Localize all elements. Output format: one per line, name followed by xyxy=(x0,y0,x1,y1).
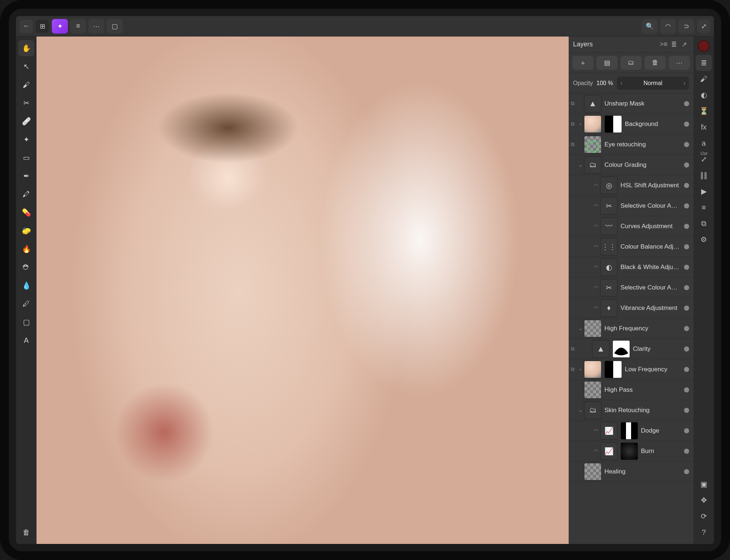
studio-layers[interactable]: ≣ xyxy=(696,55,712,71)
link-icon[interactable]: ⧉ xyxy=(569,141,577,147)
more-button[interactable]: ⋯ xyxy=(88,19,104,34)
disclosure-button[interactable]: ⌄ xyxy=(577,326,584,331)
layer-row[interactable]: ◠◎HSL Shift Adjustment xyxy=(569,175,694,196)
canvas[interactable] xyxy=(36,37,569,544)
chevron-left-icon[interactable]: ‹ xyxy=(620,80,622,87)
visibility-toggle[interactable] xyxy=(684,367,689,372)
visibility-toggle[interactable] xyxy=(684,387,689,392)
layer-row[interactable]: ◠📈Burn xyxy=(569,441,694,461)
layer-row[interactable]: ⧉›Background xyxy=(569,114,694,134)
visibility-toggle[interactable] xyxy=(684,162,689,168)
visibility-toggle[interactable] xyxy=(684,428,689,433)
blend-mode-dropdown[interactable]: ‹ Normal › xyxy=(617,77,689,90)
tool-wand[interactable]: ✦ xyxy=(18,131,34,147)
tool-burn[interactable]: 🔥 xyxy=(18,241,34,257)
link-icon[interactable]: ⧉ xyxy=(569,346,577,352)
visibility-toggle[interactable] xyxy=(684,122,689,127)
studio-text-style[interactable]: a12pt xyxy=(696,135,712,151)
tool-text[interactable]: A xyxy=(18,332,34,348)
visibility-toggle[interactable] xyxy=(684,408,689,413)
disclosure-button[interactable]: ⌄ xyxy=(577,162,584,168)
layer-row[interactable]: ⧉▲Clarity xyxy=(569,339,694,359)
tool-dodge[interactable]: 🖊 xyxy=(18,296,34,312)
chevron-right-icon[interactable]: › xyxy=(684,80,685,87)
tool-healing[interactable]: 🩹 xyxy=(18,113,34,129)
studio-history[interactable]: ⟳ xyxy=(696,508,712,524)
studio-brushes[interactable]: 🖌 xyxy=(696,71,712,87)
studio-settings[interactable]: ⚙ xyxy=(696,231,712,248)
studio-levels[interactable]: ∥∥ xyxy=(696,167,712,183)
studio-channels[interactable]: ▶ xyxy=(696,183,712,199)
menu-button[interactable]: ≡ xyxy=(70,19,86,34)
layer-row[interactable]: ◠◐Black & White Adjust… xyxy=(569,257,694,277)
disclosure-button[interactable]: › xyxy=(577,367,584,372)
documents-button[interactable]: ⊞ xyxy=(36,20,49,33)
layer-row[interactable]: ⧉▲Unsharp Mask xyxy=(569,93,694,114)
tool-stamp[interactable]: ⛑ xyxy=(18,259,34,275)
visibility-toggle[interactable] xyxy=(684,244,689,249)
layer-row[interactable]: ◠♦Vibrance Adjustment xyxy=(569,298,694,318)
persona-button[interactable]: ✦ xyxy=(52,19,68,34)
more-layer-button[interactable]: ⋯ xyxy=(669,56,690,70)
layer-row[interactable]: ◠⋮⋮Colour Balance Adjust… xyxy=(569,237,694,257)
layer-row[interactable]: High Pass xyxy=(569,380,694,400)
visibility-toggle[interactable] xyxy=(684,224,689,229)
link-icon[interactable]: ⧉ xyxy=(569,366,577,372)
layer-row[interactable]: ⧉Eye retouching xyxy=(569,134,694,155)
layer-row[interactable]: ⌄High Frequency xyxy=(569,318,694,339)
studio-help[interactable]: ? xyxy=(696,524,712,540)
panel-popout-button[interactable]: ↗ xyxy=(679,39,689,50)
visibility-toggle[interactable] xyxy=(684,265,689,270)
tool-dropper[interactable]: 💧 xyxy=(18,277,34,294)
studio-hourglass[interactable]: ⏳ xyxy=(696,103,712,119)
opacity-value[interactable]: 100 % xyxy=(596,80,613,87)
layer-list[interactable]: ⧉▲Unsharp Mask⧉›Background⧉Eye retouchin… xyxy=(569,93,694,544)
layer-row[interactable]: ⌄🗂Skin Retouching xyxy=(569,400,694,421)
studio-adjust[interactable]: ◐ xyxy=(696,87,712,103)
studio-list[interactable]: ≡ xyxy=(696,199,712,215)
visibility-toggle[interactable] xyxy=(684,449,689,454)
mask-layer-button[interactable]: ▤ xyxy=(596,56,618,70)
visibility-toggle[interactable] xyxy=(684,183,689,188)
fullscreen-button[interactable]: ⤢ xyxy=(697,20,710,33)
tool-paint[interactable]: 🖌 xyxy=(18,77,34,93)
layer-row[interactable]: ⧉›Low Frequency xyxy=(569,359,694,380)
back-button[interactable]: ← xyxy=(20,20,33,33)
tool-shape[interactable]: ▢ xyxy=(18,314,34,330)
visibility-toggle[interactable] xyxy=(684,306,689,311)
studio-export[interactable]: ⧉ xyxy=(696,215,712,231)
tool-color-replace[interactable]: 🖍 xyxy=(18,186,34,202)
studio-fx[interactable]: fx xyxy=(696,119,712,135)
tool-move[interactable]: ↖ xyxy=(18,58,34,74)
tool-eraser[interactable]: 💊 xyxy=(18,204,34,220)
tool-crop[interactable]: ✂ xyxy=(18,95,34,111)
studio-transform[interactable]: ⤢ xyxy=(696,151,712,167)
visibility-toggle[interactable] xyxy=(684,346,689,352)
quickmask-button[interactable]: ◠ xyxy=(660,19,676,34)
visibility-toggle[interactable] xyxy=(684,285,689,290)
group-layer-button[interactable]: 🗂 xyxy=(620,56,642,70)
layer-row[interactable]: Healing xyxy=(569,461,694,482)
panel-view-button[interactable]: ≣ xyxy=(669,39,679,50)
tool-pen[interactable]: ✒ xyxy=(18,168,34,184)
record-button[interactable] xyxy=(698,40,710,52)
visibility-toggle[interactable] xyxy=(684,203,689,208)
visibility-toggle[interactable] xyxy=(684,142,689,147)
layer-row[interactable]: ⌄🗂Colour Grading xyxy=(569,155,694,175)
visibility-toggle[interactable] xyxy=(684,101,689,106)
studio-snap[interactable]: ✥ xyxy=(696,492,712,508)
tool-eraser2[interactable]: 🧽 xyxy=(18,223,34,239)
studio-bounds[interactable]: ▣ xyxy=(696,476,712,492)
marquee-button[interactable]: ▢ xyxy=(107,19,123,34)
snap-button[interactable]: ⊃ xyxy=(678,19,694,34)
layer-row[interactable]: ◠〰Curves Adjustment xyxy=(569,216,694,237)
link-icon[interactable]: ⧉ xyxy=(569,121,577,127)
zoom-fit-button[interactable]: 🔍 xyxy=(642,19,658,34)
layer-row[interactable]: ◠✂Selective Colour Adju… xyxy=(569,196,694,216)
add-layer-button[interactable]: ＋ xyxy=(572,56,593,70)
visibility-toggle[interactable] xyxy=(684,326,689,331)
layer-row[interactable]: ◠📈Dodge xyxy=(569,421,694,441)
visibility-toggle[interactable] xyxy=(684,469,689,474)
disclosure-button[interactable]: ⌄ xyxy=(577,407,584,413)
delete-layer-button[interactable]: 🗑 xyxy=(645,56,666,70)
